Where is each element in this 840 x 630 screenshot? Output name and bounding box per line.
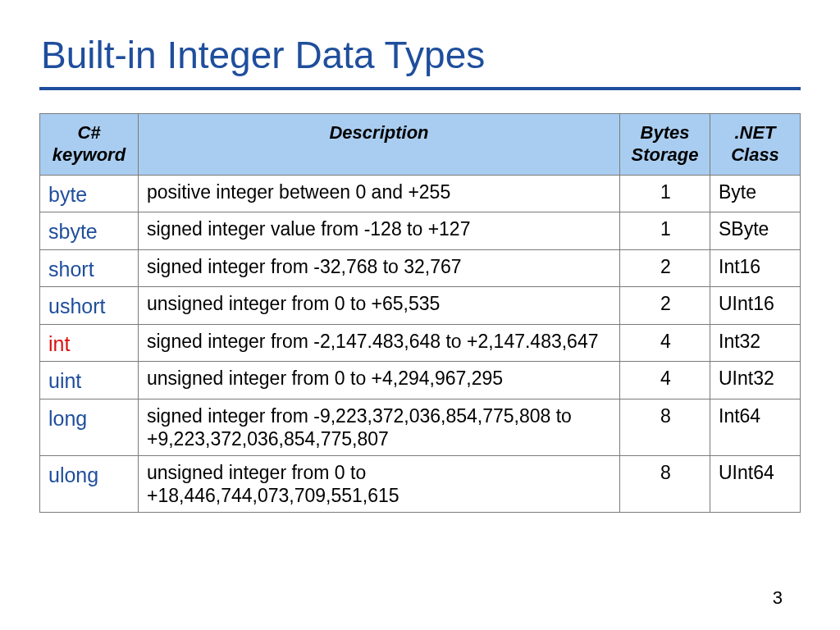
table-row: ushortunsigned integer from 0 to +65,535…	[40, 287, 801, 325]
page-number: 3	[773, 587, 783, 609]
cell-netclass: Byte	[710, 175, 801, 212]
table-row: uintunsigned integer from 0 to +4,294,96…	[40, 362, 801, 399]
cell-netclass: Int16	[710, 249, 801, 287]
cell-description: unsigned integer from 0 to +18,446,744,0…	[139, 455, 620, 512]
header-bytes: Bytes Storage	[620, 114, 710, 176]
cell-keyword: ulong	[40, 455, 139, 512]
title-rule	[39, 87, 801, 90]
table-row: longsigned integer from -9,223,372,036,8…	[40, 399, 801, 455]
cell-bytes: 2	[620, 249, 710, 287]
cell-keyword: uint	[40, 362, 139, 399]
data-types-table: C# keyword Description Bytes Storage .NE…	[39, 113, 801, 513]
cell-description: unsigned integer from 0 to +65,535	[139, 287, 620, 325]
header-description: Description	[139, 114, 620, 176]
table-row: bytepositive integer between 0 and +2551…	[40, 175, 801, 212]
cell-description: signed integer from -9,223,372,036,854,7…	[139, 399, 620, 455]
table-row: ulongunsigned integer from 0 to +18,446,…	[40, 455, 801, 512]
cell-bytes: 1	[620, 175, 710, 212]
cell-keyword: ushort	[40, 287, 139, 325]
cell-description: signed integer value from -128 to +127	[139, 212, 620, 250]
cell-keyword: byte	[40, 175, 139, 212]
cell-netclass: Int32	[710, 324, 801, 362]
cell-bytes: 1	[620, 212, 710, 250]
cell-netclass: SByte	[710, 212, 801, 250]
cell-description: signed integer from -32,768 to 32,767	[139, 249, 620, 287]
cell-bytes: 8	[620, 399, 710, 455]
header-keyword: C# keyword	[40, 114, 139, 176]
table-row: sbytesigned integer value from -128 to +…	[40, 212, 801, 250]
slide: Built-in Integer Data Types C# keyword D…	[0, 0, 840, 630]
cell-keyword: long	[40, 399, 139, 455]
cell-keyword: int	[40, 324, 139, 362]
cell-netclass: Int64	[710, 399, 801, 455]
cell-description: signed integer from -2,147.483,648 to +2…	[139, 324, 620, 362]
cell-bytes: 4	[620, 324, 710, 362]
cell-netclass: UInt32	[710, 362, 801, 399]
cell-bytes: 2	[620, 287, 710, 325]
table-row: intsigned integer from -2,147.483,648 to…	[40, 324, 801, 362]
table-header-row: C# keyword Description Bytes Storage .NE…	[40, 114, 801, 176]
cell-keyword: sbyte	[40, 212, 139, 250]
header-netclass: .NET Class	[710, 114, 801, 176]
slide-title: Built-in Integer Data Types	[41, 33, 801, 77]
cell-netclass: UInt16	[710, 287, 801, 325]
cell-netclass: UInt64	[710, 455, 801, 512]
cell-bytes: 4	[620, 362, 710, 399]
cell-description: unsigned integer from 0 to +4,294,967,29…	[139, 362, 620, 399]
table-row: shortsigned integer from -32,768 to 32,7…	[40, 249, 801, 287]
cell-keyword: short	[40, 249, 139, 287]
cell-description: positive integer between 0 and +255	[139, 175, 620, 212]
cell-bytes: 8	[620, 455, 710, 512]
